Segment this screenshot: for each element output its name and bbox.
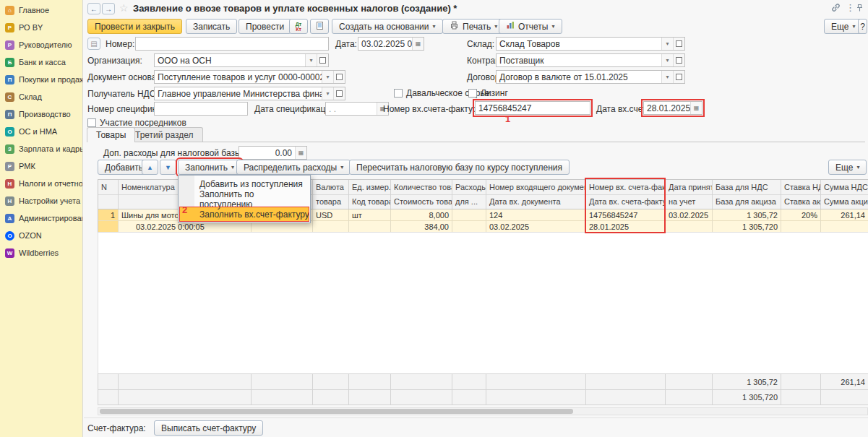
document-movements-button[interactable] <box>310 19 329 34</box>
col-header-n[interactable]: N <box>98 180 119 209</box>
help-button[interactable]: ? <box>858 19 867 34</box>
form-list-icon-button[interactable]: ▤ <box>87 38 100 50</box>
open-icon[interactable] <box>333 71 345 83</box>
move-up-button[interactable]: ▲ <box>142 160 158 175</box>
table-more-button[interactable]: Еще▾ <box>828 160 867 175</box>
base-document-field[interactable]: Поступление товаров и услуг 0000-000028 … <box>154 70 345 84</box>
cell-incoming-invoice[interactable]: 1475684524728.01.2025 <box>586 209 666 232</box>
cell-acceptance-date[interactable]: 03.02.2025 <box>666 209 713 232</box>
cell-tax-amount[interactable]: 261,14 <box>821 209 868 232</box>
print-button[interactable]: Печать▾ <box>442 19 504 34</box>
cell-tax-base[interactable]: 1 305,721 305,720 <box>713 209 781 232</box>
incoming-invoice-date-input[interactable]: 28.01.2025▦ <box>643 101 702 115</box>
warehouse-field[interactable]: Склад Товаров▾ <box>496 37 685 51</box>
col-header-incoming-doc[interactable]: Номер входящего документаДата вх. докуме… <box>486 180 586 209</box>
leasing-checkbox[interactable]: Лизинг <box>468 88 508 98</box>
chevron-down-icon[interactable]: ▾ <box>661 38 673 50</box>
reports-button[interactable]: Отчеты▾ <box>499 19 562 34</box>
chevron-down-icon[interactable]: ▾ <box>322 71 333 83</box>
table-empty-area[interactable] <box>98 233 868 373</box>
distribute-costs-button[interactable]: Распределить расходы▾ <box>236 160 351 175</box>
sidebar-item-administration[interactable]: ААдминистрирование <box>0 209 82 227</box>
sidebar-item-po-by[interactable]: РРО BY <box>0 19 82 36</box>
fill-button[interactable]: Заполнить▾ <box>178 160 241 175</box>
col-header-tax-rate[interactable]: Ставка НДССтавка акциз <box>781 180 821 209</box>
open-icon[interactable] <box>333 87 345 100</box>
open-icon[interactable] <box>673 38 684 50</box>
post-and-close-button[interactable]: Провести и закрыть <box>87 19 182 34</box>
sidebar-item-ozon[interactable]: OOZON <box>0 227 82 244</box>
number-label: Номер: <box>106 39 134 49</box>
open-icon[interactable] <box>317 54 328 66</box>
spec-date-input[interactable]: . .▦ <box>325 102 389 116</box>
post-button[interactable]: Провести <box>239 19 291 34</box>
col-header-unit[interactable]: Ед. измер.Код товара ... <box>349 180 391 209</box>
sidebar-item-accounting-settings[interactable]: ННастройки учета <box>0 192 82 209</box>
pin-icon[interactable] <box>856 4 864 14</box>
organization-field[interactable]: ООО на ОСН▾ <box>154 53 329 67</box>
sidebar-item-warehouse[interactable]: ССклад <box>0 88 82 105</box>
issue-invoice-button[interactable]: Выписать счет-фактуру <box>154 420 263 436</box>
tab-goods[interactable]: Товары <box>87 127 135 142</box>
sidebar-item-bank[interactable]: ББанк и касса <box>0 53 82 71</box>
col-header-tax-base[interactable]: База для НДСБаза для акциза <box>713 180 781 209</box>
extra-costs-input[interactable]: 0.00▦ <box>239 146 307 160</box>
dt-kt-button[interactable]: ДтКт <box>289 19 308 34</box>
scrollbar-thumb[interactable] <box>100 409 573 414</box>
number-input[interactable] <box>135 37 329 51</box>
contract-field[interactable]: Договор в валюте от 15.01.2025▾ <box>496 70 685 84</box>
spec-number-input[interactable] <box>154 102 248 116</box>
sidebar-item-wildberries[interactable]: WWildberries <box>0 244 82 261</box>
col-header-quantity[interactable]: Количество товараСтоимость товара <box>391 180 452 209</box>
sidebar-item-rmk[interactable]: РРМК <box>0 157 82 175</box>
open-icon[interactable] <box>673 71 684 83</box>
incoming-invoice-number-input[interactable]: 14756845247 <box>475 101 590 115</box>
calendar-icon[interactable]: ▦ <box>412 38 424 50</box>
intermediaries-checkbox[interactable]: Участие посредников <box>87 118 186 128</box>
vat-recipient-field[interactable]: Главное управление Министерства финансов… <box>154 87 345 100</box>
move-down-button[interactable]: ▼ <box>160 160 176 175</box>
cell-quantity[interactable]: 8,000384,00 <box>391 209 452 232</box>
favorite-star-icon[interactable]: ☆ <box>119 3 129 13</box>
cell-expenses[interactable] <box>452 209 486 232</box>
chevron-down-icon[interactable]: ▾ <box>661 71 673 83</box>
forward-button[interactable]: → <box>102 3 115 14</box>
chevron-down-icon[interactable]: ▾ <box>305 54 317 66</box>
calendar-icon[interactable]: ▦ <box>690 102 702 114</box>
toolbar-more-button[interactable]: Еще▾ <box>824 19 862 34</box>
create-on-basis-button[interactable]: Создать на основании▾ <box>332 19 443 34</box>
col-header-acceptance-date[interactable]: Дата принятияна учет <box>666 180 713 209</box>
col-header-incoming-invoice[interactable]: Номер вх. счета-фактурыДата вх. счета-фа… <box>586 180 666 209</box>
recalculate-base-button[interactable]: Пересчитать налоговую базу по курсу пост… <box>349 160 570 175</box>
calculator-icon[interactable]: ▦ <box>295 147 306 159</box>
col-header-expenses[interactable]: Расходыдля ... <box>452 180 486 209</box>
menu-item-fill-incoming-invoice[interactable]: Заполнить вх.счет-фактуру <box>179 207 309 222</box>
cell-currency[interactable]: USD <box>313 209 349 232</box>
sidebar-item-purchases[interactable]: ППокупки и продажи <box>0 71 82 88</box>
date-input[interactable]: 03.02.2025 0:00:00▦ <box>358 37 424 51</box>
kebab-menu-icon[interactable]: ⋮ <box>846 2 855 13</box>
sidebar-item-taxes[interactable]: ННалоги и отчетность <box>0 175 82 192</box>
link-icon[interactable] <box>831 3 841 14</box>
sidebar-item-main[interactable]: ⌂Главное <box>0 1 82 19</box>
sidebar-item-fixed-assets[interactable]: ООС и НМА <box>0 123 82 140</box>
col-header-currency[interactable]: Валютатовара <box>313 180 349 209</box>
cell-tax-rate[interactable]: 20% <box>781 209 821 232</box>
chevron-down-icon[interactable]: ▾ <box>661 54 673 66</box>
menu-item-fill-by-receipt[interactable]: Заполнить по поступлению <box>179 191 309 207</box>
write-button[interactable]: Записать <box>186 19 237 34</box>
cell-incoming-doc[interactable]: 12403.02.2025 <box>486 209 586 232</box>
open-icon[interactable] <box>673 54 684 66</box>
tab-third-section[interactable]: Третий раздел <box>126 127 203 142</box>
sidebar-item-production[interactable]: ППроизводство <box>0 105 82 123</box>
cell-n[interactable]: 1 <box>98 209 119 232</box>
chevron-down-icon: ▾ <box>856 164 859 170</box>
sidebar-item-manager[interactable]: РРуководителю <box>0 36 82 53</box>
chevron-down-icon[interactable]: ▾ <box>322 87 333 100</box>
sidebar-item-salary[interactable]: ЗЗарплата и кадры <box>0 140 82 157</box>
horizontal-scrollbar[interactable] <box>98 407 868 415</box>
cell-unit[interactable]: шт <box>349 209 391 232</box>
counterparty-field[interactable]: Поставщик▾ <box>496 53 685 67</box>
back-button[interactable]: ← <box>87 3 100 14</box>
col-header-tax-amount[interactable]: Сумма НДССумма акциз <box>821 180 868 209</box>
